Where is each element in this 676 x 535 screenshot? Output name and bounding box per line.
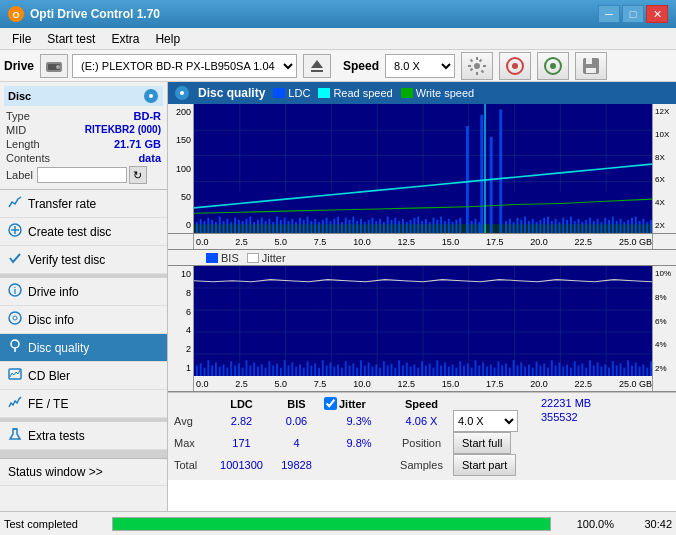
save-icon-btn[interactable] [575,52,607,80]
svg-rect-254 [497,361,499,376]
svg-rect-84 [345,218,347,233]
refresh-button[interactable]: ↻ [129,166,147,184]
start-full-button[interactable]: Start full [453,432,511,454]
legend-read-color [318,88,330,98]
svg-rect-155 [631,218,633,233]
menu-extra[interactable]: Extra [103,30,147,48]
left-panel: Disc Type BD-R MID RITEKBR2 (000) Length… [0,82,168,511]
svg-point-22 [9,312,21,324]
titlebar: O Opti Drive Control 1.70 ─ □ ✕ [0,0,676,28]
svg-rect-154 [627,220,629,233]
disc-write-icon-btn[interactable] [499,52,531,80]
y-label-r: 4X [655,198,674,207]
svg-rect-144 [589,218,591,233]
disc-type-value: BD-R [134,110,162,122]
disc-read-icon-btn[interactable] [537,52,569,80]
legend-ldc: LDC [273,87,310,99]
svg-rect-156 [635,217,637,233]
position-value: 22231 MB [541,397,591,409]
eject-button[interactable] [303,54,331,78]
menu-file[interactable]: File [4,30,39,48]
svg-rect-178 [207,360,209,376]
sidebar-item-fe-te[interactable]: FE / TE [0,390,167,418]
svg-rect-266 [543,363,545,376]
sidebar-item-disc-info[interactable]: Disc info [0,306,167,334]
main-area: Disc Type BD-R MID RITEKBR2 (000) Length… [0,82,676,511]
y-label: 200 [170,107,191,117]
svg-rect-263 [532,368,534,376]
jitter-checkbox[interactable] [324,397,337,410]
svg-rect-191 [257,367,259,376]
maximize-button[interactable]: □ [622,5,644,23]
svg-rect-88 [360,219,362,233]
top-y-axis-right: 12X 10X 8X 6X 4X 2X [652,104,676,233]
disc-quality-icon [8,339,22,356]
titlebar-icon: O [8,6,24,22]
minimize-button[interactable]: ─ [598,5,620,23]
start-part-button[interactable]: Start part [453,454,516,476]
y-label-r: 6X [655,175,674,184]
speed-select[interactable]: 8.0 X [385,54,455,78]
svg-point-9 [512,63,518,69]
row-avg-label: Avg [174,410,214,432]
sidebar-item-transfer-rate[interactable]: Transfer rate [0,190,167,218]
svg-rect-56 [238,220,240,233]
disc-contents-label: Contents [6,152,50,164]
settings-icon-btn[interactable] [461,52,493,80]
svg-rect-233 [417,368,419,376]
sidebar-item-cd-bler[interactable]: CD Bler [0,362,167,390]
sidebar-item-label: Create test disc [28,225,111,239]
svg-rect-184 [230,361,232,376]
svg-rect-63 [265,221,267,233]
svg-rect-197 [280,368,282,376]
svg-rect-265 [539,366,541,376]
row-total-samples-label: Samples [394,454,449,476]
svg-rect-64 [268,219,270,233]
svg-rect-53 [226,219,228,233]
sidebar-item-extra-tests[interactable]: Extra tests [0,422,167,450]
nav-divider-3 [0,450,167,458]
x-label: 17.5 [486,237,504,247]
drive-select[interactable]: (E:) PLEXTOR BD-R PX-LB950SA 1.04 [72,54,297,78]
svg-rect-124 [513,222,515,233]
legend-jitter-color [247,253,259,263]
svg-rect-50 [215,222,217,233]
sidebar-item-verify-test[interactable]: Verify test disc [0,246,167,274]
svg-rect-71 [295,222,297,233]
svg-rect-101 [394,218,396,233]
sidebar-item-status-window[interactable]: Status window >> [0,458,167,486]
x-label: 2.5 [235,237,248,247]
svg-rect-145 [593,221,595,233]
menu-help[interactable]: Help [147,30,188,48]
sidebar-item-create-test[interactable]: Create test disc [0,218,167,246]
sidebar-item-disc-quality[interactable]: Disc quality [0,334,167,362]
disc-length-label: Length [6,138,40,150]
svg-rect-287 [623,368,625,376]
svg-rect-223 [379,368,381,376]
menu-starttest[interactable]: Start test [39,30,103,48]
y-label: 150 [170,135,191,145]
disc-contents-row: Contents data [4,151,163,165]
close-button[interactable]: ✕ [646,5,668,23]
y-label-r: 8X [655,153,674,162]
sidebar-item-drive-info[interactable]: i Drive info [0,278,167,306]
y-label-r: 12X [655,107,674,116]
disc-label-input[interactable] [37,167,127,183]
stats-row-max: Max 171 4 9.8% Position Start full [174,432,529,454]
svg-rect-61 [257,220,259,233]
y-label-r: 10X [655,130,674,139]
position-value-row: 22231 MB [541,397,591,409]
drive-icon-btn[interactable] [40,54,68,78]
svg-rect-284 [612,361,614,376]
row-total-ldc: 1001300 [214,454,269,476]
svg-rect-128 [528,221,530,233]
speed-select-stats[interactable]: 4.0 X [453,410,518,432]
svg-rect-74 [307,217,309,233]
sidebar-item-label: CD Bler [28,369,70,383]
fe-te-icon [8,395,22,412]
disc-section: Disc Type BD-R MID RITEKBR2 (000) Length… [0,82,167,190]
svg-rect-49 [211,220,213,233]
svg-rect-235 [425,366,427,376]
svg-rect-111 [433,218,435,233]
svg-rect-199 [288,366,290,376]
